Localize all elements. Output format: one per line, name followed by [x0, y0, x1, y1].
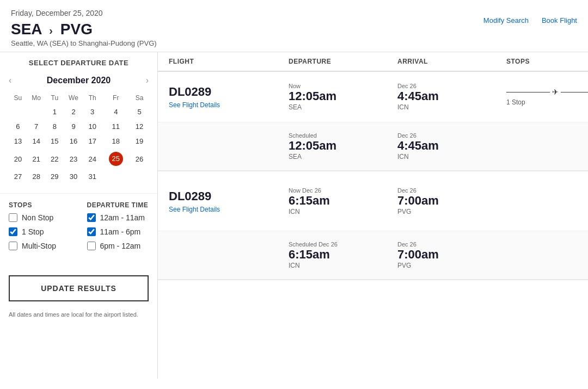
arrival-cell-1: Dec 267:00amPVG: [397, 187, 506, 215]
calendar-day-cell[interactable]: 12: [131, 120, 148, 133]
calendar-day-cell[interactable]: 16: [64, 134, 83, 148]
calendar-next-button[interactable]: ›: [146, 76, 149, 85]
calendar-day-cell[interactable]: 2: [64, 105, 83, 119]
flight-number-text-0: DL0289: [169, 85, 289, 99]
calendar-day-cell[interactable]: 9: [64, 120, 83, 133]
arr-airport-1: PVG: [397, 208, 506, 215]
stops-checkbox-2[interactable]: [9, 242, 17, 250]
calendar-day-cell[interactable]: 21: [27, 149, 46, 169]
select-departure-label: SELECT DEPARTURE DATE: [0, 52, 157, 67]
calendar-day-cell[interactable]: 27: [10, 170, 26, 183]
flight-details-link-1[interactable]: See Flight Details: [169, 206, 289, 213]
calendar-grid: SuMoTuWeThFrSa 1234567891011121314151617…: [9, 91, 149, 184]
header-subtitle: Seattle, WA (SEA) to Shanghai-Pudong (PV…: [11, 39, 577, 47]
calendar-day-cell[interactable]: 29: [47, 170, 63, 183]
arr-label-0: Dec 26: [397, 83, 506, 89]
time-checkbox-2[interactable]: [87, 242, 96, 250]
filters-row: STOPS Non Stop1 StopMulti-Stop DEPARTURE…: [9, 201, 149, 256]
sched-dep-time-0: 12:05am: [289, 139, 397, 153]
results-header: FLIGHT DEPARTURE ARRIVAL STOPS STATUS: [158, 52, 588, 72]
stops-checkbox-0[interactable]: [9, 213, 17, 222]
plane-icon: ✈: [552, 88, 559, 96]
time-checkbox-1[interactable]: [87, 227, 96, 236]
time-checkbox-0[interactable]: [87, 213, 96, 222]
calendar-day-cell[interactable]: 17: [84, 134, 100, 148]
calendar-day-cell[interactable]: 10: [84, 120, 100, 133]
calendar-day-header: Fr: [101, 92, 130, 104]
calendar-day-cell[interactable]: 20: [10, 149, 26, 169]
calendar-day-cell[interactable]: 22: [47, 149, 63, 169]
header-actions: Modify Search Book Flight: [483, 16, 577, 24]
calendar-day-cell[interactable]: 26: [131, 149, 148, 169]
dep-airport-0: SEA: [289, 103, 397, 111]
time-filter-item-2: 6pm - 12am: [87, 242, 149, 250]
calendar-day-cell[interactable]: 28: [27, 170, 46, 183]
calendar-day-cell[interactable]: 7: [27, 120, 46, 133]
departure-time-filter-col: DEPARTURE TIME 12am - 11am11am - 6pm6pm …: [87, 201, 149, 256]
main-layout: SELECT DEPARTURE DATE ‹ December 2020 › …: [0, 52, 588, 379]
calendar-day-cell[interactable]: 8: [47, 120, 63, 133]
calendar-day-cell[interactable]: 13: [10, 134, 26, 148]
flight-row-scheduled-0: Scheduled12:05amSEADec 264:45amICNGet No…: [158, 122, 588, 170]
stops-line-0: ✈: [506, 88, 588, 96]
dep-airport-1: ICN: [289, 208, 397, 215]
calendar-day-cell[interactable]: 23: [64, 149, 83, 169]
flight-number-text-1: DL0289: [169, 189, 289, 203]
stops-filter-col: STOPS Non Stop1 StopMulti-Stop: [9, 201, 71, 256]
update-results-button[interactable]: UPDATE RESULTS: [9, 275, 149, 301]
calendar-day-cell[interactable]: 15: [47, 134, 63, 148]
calendar-day-header: Su: [10, 92, 26, 104]
time-filter-item-0: 12am - 11am: [87, 213, 149, 222]
calendar-day-cell[interactable]: 14: [27, 134, 46, 148]
flight-group-0: DL0289See Flight DetailsNow12:05amSEADec…: [158, 72, 588, 171]
scheduled-arr-cell-0: Dec 264:45amICN: [397, 132, 506, 160]
route-arrow: ›: [49, 24, 53, 36]
time-checkbox-label-1: 11am - 6pm: [100, 227, 141, 236]
flight-row-main-1: DL0289See Flight DetailsNow Dec 266:15am…: [158, 171, 588, 231]
calendar-day-cell[interactable]: 4: [101, 105, 130, 119]
sched-arr-time-1: 7:00am: [397, 248, 506, 262]
stops-text-0: 1 Stop: [506, 98, 588, 106]
dep-label-0: Now: [289, 83, 397, 89]
calendar-day-cell[interactable]: 30: [64, 170, 83, 183]
flight-details-link-0[interactable]: See Flight Details: [169, 101, 289, 109]
calendar-day-cell[interactable]: 3: [84, 105, 100, 119]
arr-label-1: Dec 26: [397, 187, 506, 194]
calendar-day-cell: [131, 170, 148, 183]
time-filter-item-1: 11am - 6pm: [87, 227, 149, 236]
calendar-day-cell[interactable]: 24: [84, 149, 100, 169]
modify-search-link[interactable]: Modify Search: [483, 16, 529, 24]
dep-label-1: Now Dec 26: [289, 187, 397, 194]
dep-time-1: 6:15am: [289, 194, 397, 208]
disclaimer: All dates and times are local for the ai…: [0, 307, 157, 324]
calendar-year: 2020: [91, 76, 111, 85]
calendar-day-header: Sa: [131, 92, 148, 104]
stops-checkbox-label-2: Multi-Stop: [22, 242, 56, 250]
calendar-day-cell[interactable]: 11: [101, 120, 130, 133]
page-wrapper: Friday, December 25, 2020 SEA › PVG Seat…: [0, 0, 588, 389]
calendar-day-cell: [101, 170, 130, 183]
sched-arr-airport-0: ICN: [397, 153, 506, 160]
calendar-day-cell[interactable]: 18: [101, 134, 130, 148]
stops-checkbox-label-1: 1 Stop: [22, 227, 44, 236]
stops-label: STOPS: [9, 201, 71, 209]
calendar-day-cell: [27, 105, 46, 119]
stops-checkbox-1[interactable]: [9, 227, 17, 236]
calendar-day-cell[interactable]: 31: [84, 170, 100, 183]
calendar-prev-button[interactable]: ‹: [9, 76, 11, 85]
departure-time-label: DEPARTURE TIME: [87, 201, 149, 209]
calendar-day-cell[interactable]: 1: [47, 105, 63, 119]
flight-group-1: DL0289See Flight DetailsNow Dec 266:15am…: [158, 171, 588, 280]
stops-checkbox-label-0: Non Stop: [22, 213, 53, 222]
scheduled-dep-cell-0: Scheduled12:05amSEA: [289, 132, 397, 160]
col-flight: FLIGHT: [169, 58, 289, 65]
book-flight-link[interactable]: Book Flight: [542, 16, 577, 24]
calendar-day-cell[interactable]: 19: [131, 134, 148, 148]
stops-filter-item-2: Multi-Stop: [9, 242, 71, 250]
arrival-cell-0: Dec 264:45amICN: [397, 83, 506, 111]
calendar-day-cell[interactable]: 5: [131, 105, 148, 119]
calendar-day-cell[interactable]: 25: [101, 149, 130, 169]
flight-groups: DL0289See Flight DetailsNow12:05amSEADec…: [158, 72, 588, 280]
calendar-day-cell[interactable]: 6: [10, 120, 26, 133]
departure-cell-0: Now12:05amSEA: [289, 83, 397, 111]
